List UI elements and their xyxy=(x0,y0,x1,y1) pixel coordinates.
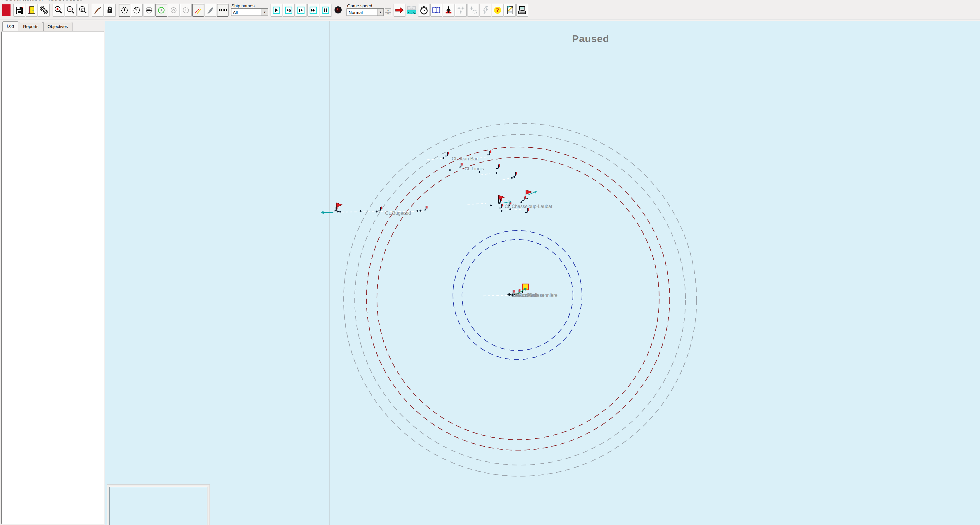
ring-option-b-button[interactable] xyxy=(180,4,192,17)
lock-view-button[interactable] xyxy=(104,4,116,17)
settings-button[interactable] xyxy=(38,4,50,17)
paused-status: Paused xyxy=(572,33,609,45)
ship-funnel-icon xyxy=(502,204,503,207)
print-button[interactable] xyxy=(516,4,528,17)
red-pennant-icon xyxy=(336,203,342,207)
tab-log[interactable]: Log xyxy=(2,21,18,31)
battle-notes-button[interactable] xyxy=(504,4,516,17)
game-speed-spinner[interactable]: ▲ ▼ xyxy=(385,8,391,16)
ship-label: CA La Galissonnière xyxy=(515,293,557,298)
small-ship-dot[interactable] xyxy=(442,157,444,159)
zoom-reset-button[interactable] xyxy=(77,4,89,17)
quill-button[interactable] xyxy=(205,4,216,17)
help-button[interactable]: ? xyxy=(492,4,503,17)
ship-names-dropdown[interactable]: All ▼ xyxy=(231,8,268,16)
ship-marker[interactable] xyxy=(487,150,491,155)
zoom-out-button[interactable] xyxy=(65,4,76,17)
ship-marker[interactable] xyxy=(513,172,517,176)
ship-marker[interactable] xyxy=(522,196,526,201)
splash-icon xyxy=(193,5,204,16)
small-ship-dot[interactable] xyxy=(511,177,513,179)
toolbar-playback-group: 5 xyxy=(270,4,332,17)
torpedo-range-button[interactable] xyxy=(143,4,155,17)
wake-dots-button[interactable] xyxy=(217,4,229,17)
book-icon xyxy=(431,5,442,16)
play-fast-button[interactable] xyxy=(307,4,319,17)
exit-button[interactable] xyxy=(26,4,37,17)
chevron-down-icon[interactable]: ▼ xyxy=(377,9,383,16)
battle-log-button[interactable] xyxy=(430,4,442,17)
ship-marker[interactable] xyxy=(459,163,463,167)
play-5-button[interactable]: 5 xyxy=(283,4,294,17)
minimap-view[interactable] xyxy=(109,487,207,525)
small-ship-dot[interactable] xyxy=(375,210,377,212)
ring-green-icon xyxy=(156,5,167,16)
ship-marker[interactable] xyxy=(378,207,382,211)
ring-option-a-button[interactable] xyxy=(168,4,180,17)
heading-ring-button[interactable] xyxy=(119,4,130,17)
ship-marker[interactable] xyxy=(496,164,500,169)
flag-foot xyxy=(498,203,501,204)
ship-hull-icon xyxy=(378,207,380,211)
damage-report-button[interactable] xyxy=(443,4,454,17)
advance-button[interactable] xyxy=(394,4,405,17)
pause-icon xyxy=(320,5,331,16)
small-ship-dot[interactable] xyxy=(490,204,492,206)
zoom-in-button[interactable] xyxy=(52,4,64,17)
ship-hull-icon xyxy=(459,163,461,167)
small-ship-dot[interactable] xyxy=(495,172,497,174)
log-list[interactable] xyxy=(1,32,104,524)
course-arrow-head xyxy=(534,191,536,191)
lock-icon xyxy=(105,5,115,16)
ship-funnel-icon xyxy=(490,150,491,153)
bearing-ring-button[interactable] xyxy=(131,4,143,17)
tab-reports[interactable]: Reports xyxy=(19,22,43,31)
ship-hull-icon xyxy=(424,206,426,210)
spinner-down-icon[interactable]: ▼ xyxy=(385,12,391,16)
small-ship-dot[interactable] xyxy=(449,169,451,171)
air-operations-button[interactable] xyxy=(455,4,467,17)
tab-objectives[interactable]: Objectives xyxy=(43,22,72,31)
small-ship-dot[interactable] xyxy=(339,211,341,213)
zoom-reset-icon xyxy=(78,5,88,16)
game-speed-dropdown[interactable]: Normal ▼ xyxy=(347,8,384,16)
paint-brush-button[interactable] xyxy=(92,4,103,17)
small-ship-dot[interactable] xyxy=(501,210,503,212)
ship-funnel-icon xyxy=(448,152,449,154)
spinner-up-icon[interactable]: ▲ xyxy=(385,8,391,12)
stopwatch-button[interactable] xyxy=(418,4,430,17)
green-ring-button[interactable] xyxy=(156,4,167,17)
play5-icon: 5 xyxy=(283,5,294,16)
map-canvas[interactable]: CL Jean BartCL LinoisCL Chasseloup-Lauba… xyxy=(105,21,980,525)
ship-marker[interactable] xyxy=(424,206,428,210)
ring-notch-icon xyxy=(181,5,191,16)
ship-marker[interactable] xyxy=(334,207,337,211)
lightning-button[interactable] xyxy=(479,4,491,17)
tactical-map[interactable]: CL Jean BartCL LinoisCL Chasseloup-Lauba… xyxy=(105,21,980,525)
ring-heading-icon xyxy=(119,5,130,16)
ship-marker[interactable] xyxy=(500,204,503,208)
ring-bearing-icon xyxy=(132,5,142,16)
pause-button[interactable] xyxy=(320,4,331,17)
air-patrol-button[interactable] xyxy=(467,4,479,17)
small-ship-dot[interactable] xyxy=(416,210,418,212)
notes-icon xyxy=(504,5,515,16)
chevron-down-icon[interactable]: ▼ xyxy=(261,9,268,16)
ship-hull-icon xyxy=(334,207,336,211)
door-icon xyxy=(26,5,37,16)
game-speed-label: Game speed xyxy=(347,3,391,8)
ship-wake xyxy=(468,204,485,204)
small-ship-dot[interactable] xyxy=(520,201,522,203)
course-arrow xyxy=(503,201,511,203)
gears-icon xyxy=(38,5,49,16)
red-arrow-icon xyxy=(394,5,405,16)
ring-small-icon xyxy=(168,5,179,16)
play-1-button[interactable] xyxy=(270,4,282,17)
play-step-button[interactable] xyxy=(295,4,307,17)
ship-hull-icon xyxy=(513,172,515,176)
minimap[interactable] xyxy=(107,484,210,525)
small-ship-dot[interactable] xyxy=(478,171,480,173)
shell-splash-button[interactable] xyxy=(192,4,204,17)
save-button[interactable] xyxy=(13,4,25,17)
course-arrow-head xyxy=(509,201,511,202)
